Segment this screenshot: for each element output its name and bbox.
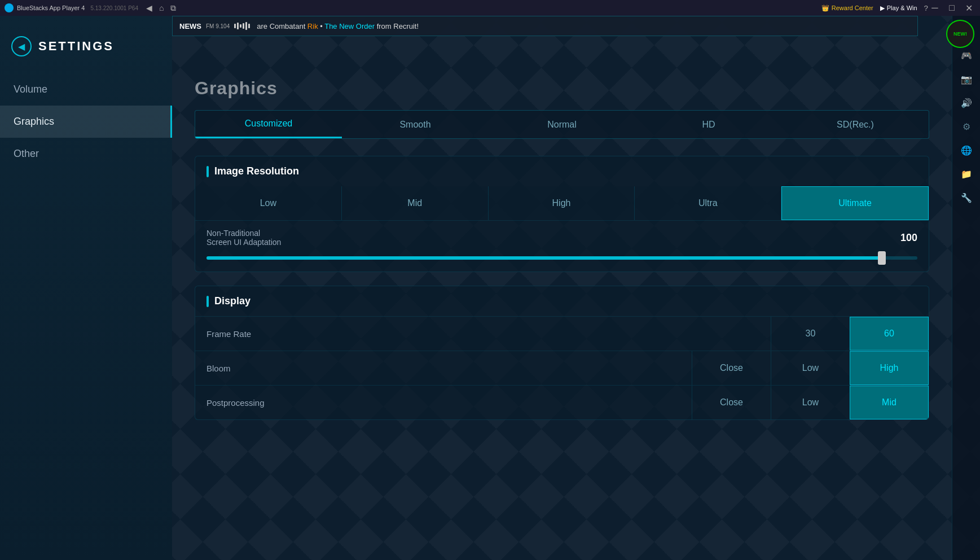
- news-separator: •: [318, 22, 325, 30]
- settings-back-icon[interactable]: ◀: [11, 36, 32, 56]
- news-fm: FM 9.104: [206, 23, 230, 29]
- content-inner: Graphics Customized Smooth Normal HD SD(…: [195, 27, 929, 420]
- titlebar-nav: ◀ ⌂ ⧉: [144, 2, 178, 14]
- right-icon-globe[interactable]: 🌐: [956, 140, 977, 160]
- right-icon-folder[interactable]: 📁: [956, 164, 977, 184]
- tab-sd-rec[interactable]: SD(Rec.): [782, 111, 929, 138]
- main-container: ◀ SETTINGS Volume Graphics Other NEWS FM…: [0, 16, 980, 560]
- back-nav-button[interactable]: ◀: [144, 2, 155, 14]
- tab-normal[interactable]: Normal: [489, 111, 635, 138]
- news-text-post: from Recruit!: [375, 22, 419, 30]
- postprocessing-low[interactable]: Low: [771, 386, 850, 419]
- display-section: Display Frame Rate 30 60 Bloom Close Low: [195, 286, 929, 420]
- reward-center[interactable]: 👑 Reward Center: [821, 5, 873, 12]
- postprocessing-row: Postprocessing Close Low Mid: [195, 385, 929, 419]
- titlebar-right: 👑 Reward Center ▶ Play & Win ?: [821, 4, 928, 12]
- new-badge: NEW!: [946, 20, 974, 48]
- bloom-close[interactable]: Close: [692, 351, 771, 385]
- news-bar-1: [234, 24, 236, 28]
- frame-rate-row: Frame Rate 30 60: [195, 316, 929, 351]
- resolution-high[interactable]: High: [489, 186, 635, 220]
- home-nav-button[interactable]: ⌂: [157, 2, 166, 14]
- frame-rate-options: 30 60: [771, 317, 929, 351]
- slider-track-container: [206, 252, 917, 264]
- news-bar-2: [237, 23, 239, 29]
- reward-icon: 👑: [821, 5, 829, 12]
- ui-adaptation-slider-row: Non-Traditional Screen UI Adaptation 100: [195, 220, 929, 272]
- slider-value: 100: [900, 232, 917, 244]
- postprocessing-label: Postprocessing: [195, 387, 692, 419]
- news-text: are Combatant Rik • The New Order from R…: [257, 22, 419, 30]
- titlebar-controls: ─ □ ✕: [928, 1, 975, 15]
- news-bars: [234, 22, 250, 30]
- frame-rate-60[interactable]: 60: [850, 317, 929, 351]
- play-icon: ▶: [880, 5, 885, 12]
- resolution-options: Low Mid High Ultra Ultimate: [195, 186, 929, 220]
- frame-rate-label: Frame Rate: [195, 318, 771, 350]
- play-win[interactable]: ▶ Play & Win: [880, 5, 917, 12]
- resolution-low[interactable]: Low: [195, 186, 342, 220]
- play-label: Play & Win: [887, 5, 917, 11]
- right-sidebar: 🖥 🎮 📷 🔊 ⚙ 🌐 📁 🔧: [952, 16, 980, 560]
- maximize-button[interactable]: □: [945, 1, 959, 15]
- minimize-button[interactable]: ─: [928, 1, 942, 15]
- news-bar-4: [243, 23, 244, 29]
- postprocessing-close[interactable]: Close: [692, 386, 771, 419]
- right-icon-wrench[interactable]: 🔧: [956, 187, 977, 208]
- right-icon-audio[interactable]: 🔊: [956, 93, 977, 113]
- bloom-high[interactable]: High: [850, 351, 929, 385]
- reward-label: Reward Center: [832, 5, 873, 11]
- settings-header: ◀ SETTINGS: [0, 27, 125, 73]
- image-resolution-section: Image Resolution Low Mid High Ultra Ulti…: [195, 156, 929, 272]
- image-resolution-title: Image Resolution: [195, 156, 929, 186]
- page-title: Graphics: [195, 78, 929, 99]
- quality-tabs: Customized Smooth Normal HD SD(Rec.): [195, 110, 929, 139]
- news-banner: NEWS FM 9.104 are Combatant Rik • The Ne…: [172, 16, 918, 36]
- bloom-low[interactable]: Low: [771, 351, 850, 385]
- tab-hd[interactable]: HD: [635, 111, 782, 138]
- sidebar: ◀ SETTINGS Volume Graphics Other: [0, 16, 172, 560]
- tab-customized[interactable]: Customized: [195, 111, 342, 138]
- bloom-options: Close Low High: [692, 351, 929, 385]
- tab-smooth[interactable]: Smooth: [342, 111, 489, 138]
- news-text-pre: are Combatant: [257, 22, 307, 30]
- content-panel: NEWS FM 9.104 are Combatant Rik • The Ne…: [172, 16, 952, 560]
- resolution-ultra[interactable]: Ultra: [635, 186, 781, 220]
- app-version: 5.13.220.1001 P64: [90, 5, 138, 11]
- titlebar-left: BlueStacks App Player 4 5.13.220.1001 P6…: [5, 3, 138, 12]
- bloom-row: Bloom Close Low High: [195, 351, 929, 385]
- display-title: Display: [195, 286, 929, 316]
- postprocessing-mid[interactable]: Mid: [850, 386, 929, 419]
- slider-thumb[interactable]: [878, 251, 886, 265]
- titlebar: BlueStacks App Player 4 5.13.220.1001 P6…: [0, 0, 980, 16]
- news-label: NEWS: [179, 22, 201, 30]
- right-icon-controller[interactable]: 🎮: [956, 45, 977, 65]
- news-bar-3: [240, 24, 241, 28]
- news-highlight2: The New Order: [324, 22, 375, 30]
- right-icon-camera[interactable]: 📷: [956, 69, 977, 89]
- slider-track: [206, 256, 917, 260]
- resolution-ultimate[interactable]: Ultimate: [781, 186, 929, 220]
- sidebar-item-volume[interactable]: Volume: [0, 73, 172, 106]
- sidebar-item-graphics[interactable]: Graphics: [0, 106, 172, 138]
- postprocessing-options: Close Low Mid: [692, 386, 929, 419]
- resolution-mid[interactable]: Mid: [342, 186, 489, 220]
- close-button[interactable]: ✕: [962, 1, 975, 15]
- slider-label: Non-Traditional Screen UI Adaptation: [206, 229, 281, 247]
- slider-fill: [206, 256, 882, 260]
- help-button[interactable]: ?: [924, 4, 928, 12]
- slider-header: Non-Traditional Screen UI Adaptation 100: [206, 229, 917, 247]
- bluestacks-logo: [5, 3, 14, 12]
- app-title: BlueStacks App Player 4: [17, 5, 85, 11]
- windows-nav-button[interactable]: ⧉: [168, 2, 178, 14]
- news-bar-6: [248, 24, 250, 28]
- sidebar-item-other[interactable]: Other: [0, 138, 172, 170]
- news-bar-5: [245, 22, 247, 30]
- frame-rate-30[interactable]: 30: [771, 317, 850, 351]
- bloom-label: Bloom: [195, 352, 692, 384]
- news-highlight1: Rik: [307, 22, 318, 30]
- settings-title: SETTINGS: [38, 39, 114, 54]
- right-icon-settings[interactable]: ⚙: [956, 116, 977, 137]
